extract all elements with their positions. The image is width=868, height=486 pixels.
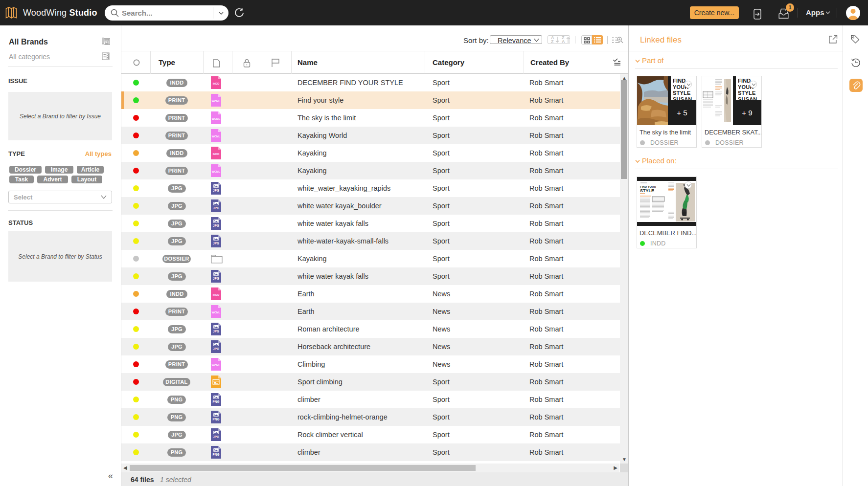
- svg-text:PNG: PNG: [213, 418, 220, 421]
- svg-text:WCML: WCML: [212, 100, 221, 103]
- svg-text:JPG: JPG: [213, 242, 219, 245]
- svg-text:JPG: JPG: [213, 277, 219, 280]
- svg-text:STYLE: STYLE: [640, 188, 654, 193]
- svg-text:JPG: JPG: [213, 206, 219, 210]
- svg-text:WCML: WCML: [212, 311, 221, 314]
- svg-text:JPG: JPG: [213, 224, 219, 227]
- svg-text:JPG: JPG: [213, 330, 219, 333]
- svg-text:WCML: WCML: [212, 117, 221, 120]
- svg-text:PNG: PNG: [213, 453, 220, 456]
- svg-text:JPG: JPG: [213, 189, 219, 192]
- svg-text:INDD: INDD: [213, 293, 220, 296]
- svg-text:WCML: WCML: [212, 364, 221, 367]
- svg-text:WCML: WCML: [212, 170, 221, 173]
- svg-text:JPG: JPG: [213, 435, 219, 439]
- svg-text:PNG: PNG: [213, 400, 220, 403]
- svg-text:JPG: JPG: [213, 347, 219, 351]
- svg-text:WCML: WCML: [212, 135, 221, 138]
- svg-text:INDD: INDD: [213, 82, 220, 85]
- svg-text:INDD: INDD: [213, 153, 220, 155]
